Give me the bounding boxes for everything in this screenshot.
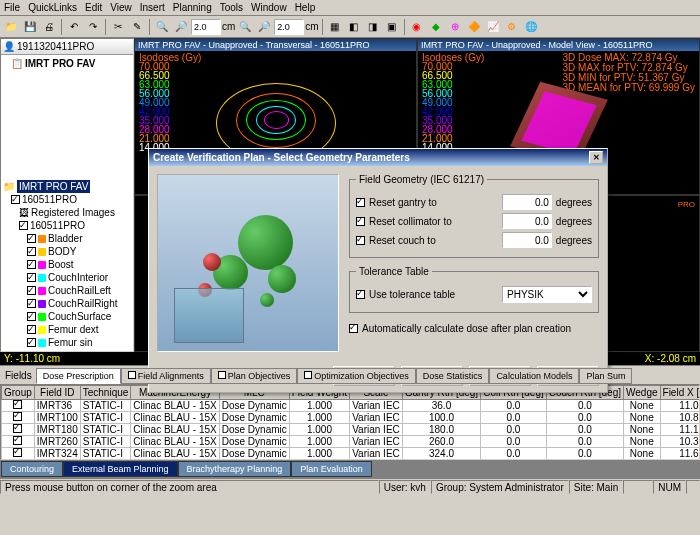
grid-header[interactable]: Technique	[80, 386, 131, 400]
tb-grid-icon[interactable]: ▦	[326, 18, 344, 36]
tree-reg[interactable]: Registered Images	[31, 206, 115, 219]
menu-view[interactable]: View	[110, 2, 132, 13]
tb-redo-icon[interactable]: ↷	[84, 18, 102, 36]
fields-grid[interactable]: GroupField IDTechniqueMachine/EnergyMLCF…	[0, 384, 700, 460]
struct-check[interactable]	[27, 273, 36, 282]
menu-planning[interactable]: Planning	[173, 2, 212, 13]
tb-globe-icon[interactable]: 🌐	[522, 18, 540, 36]
tb-view3-icon[interactable]: ▣	[383, 18, 401, 36]
grid-header[interactable]: Wedge	[624, 386, 661, 400]
row-check[interactable]	[13, 412, 22, 421]
table-row[interactable]: IMRT36STATIC-IClinac BLAU - 15XDose Dyna…	[2, 400, 701, 412]
tree-fav[interactable]: IMRT PRO FAV	[25, 57, 95, 70]
struct-name[interactable]: Boost	[48, 258, 74, 271]
tree-root[interactable]: 1911320411PRO	[17, 41, 94, 52]
struct-name[interactable]: CouchRailLeft	[48, 284, 111, 297]
zoom-value-2[interactable]	[274, 19, 304, 35]
tree-plan[interactable]: 160511PRO	[22, 193, 77, 206]
tb-view2-icon[interactable]: ◨	[364, 18, 382, 36]
tb-zoomin2-icon[interactable]: 🔍	[236, 18, 254, 36]
workspace-tab[interactable]: Contouring	[1, 461, 63, 477]
tb-open-icon[interactable]: 📁	[2, 18, 20, 36]
struct-check[interactable]	[27, 286, 36, 295]
tb-dvh-icon[interactable]: 📈	[484, 18, 502, 36]
tree-sub[interactable]: 160511PRO	[30, 219, 85, 232]
tb-undo-icon[interactable]: ↶	[65, 18, 83, 36]
table-row[interactable]: IMRT260STATIC-IClinac BLAU - 15XDose Dyn…	[2, 436, 701, 448]
struct-name[interactable]: Os pubis re	[48, 349, 99, 352]
reset-value[interactable]	[502, 194, 552, 210]
use-tolerance-check[interactable]	[356, 290, 365, 299]
tb-zoomout-icon[interactable]: 🔎	[172, 18, 190, 36]
tree-fav-sel[interactable]: IMRT PRO FAV	[17, 180, 90, 193]
grid-header[interactable]: Field ID	[34, 386, 80, 400]
grid-header[interactable]: Field X [cm]	[660, 386, 700, 400]
tb-scope-icon[interactable]: ⊕	[446, 18, 464, 36]
reset-check[interactable]	[356, 198, 365, 207]
reset-check[interactable]	[356, 236, 365, 245]
struct-check[interactable]	[27, 338, 36, 347]
menu-file[interactable]: File	[4, 2, 20, 13]
menu-window[interactable]: Window	[251, 2, 287, 13]
row-check[interactable]	[13, 400, 22, 409]
tb-view1-icon[interactable]: ◧	[345, 18, 363, 36]
sub-check[interactable]	[19, 221, 28, 230]
struct-name[interactable]: Femur dext	[48, 323, 99, 336]
table-row[interactable]: IMRT180STATIC-IClinac BLAU - 15XDose Dyn…	[2, 424, 701, 436]
field-tab[interactable]: Plan Objectives	[211, 368, 298, 384]
struct-check[interactable]	[27, 299, 36, 308]
menu-help[interactable]: Help	[295, 2, 316, 13]
struct-check[interactable]	[27, 351, 36, 352]
tolerance-select[interactable]: PHYSIK	[502, 286, 592, 303]
field-tab[interactable]: Calculation Models	[489, 368, 579, 384]
reset-value[interactable]	[502, 232, 552, 248]
menu-insert[interactable]: Insert	[140, 2, 165, 13]
struct-name[interactable]: CouchInterior	[48, 271, 108, 284]
tb-zoomin-icon[interactable]: 🔍	[153, 18, 171, 36]
row-check[interactable]	[13, 424, 22, 433]
plan-check[interactable]	[11, 195, 20, 204]
auto-calc-check[interactable]	[349, 324, 358, 333]
struct-name[interactable]: CouchRailRight	[48, 297, 117, 310]
struct-color-icon	[38, 287, 46, 295]
close-icon[interactable]: ✕	[589, 151, 603, 164]
struct-name[interactable]: CouchSurface	[48, 310, 111, 323]
menu-tools[interactable]: Tools	[220, 2, 243, 13]
struct-check[interactable]	[27, 325, 36, 334]
tb-save-icon[interactable]: 💾	[21, 18, 39, 36]
tb-cmp-icon[interactable]: ⚙	[503, 18, 521, 36]
field-tab[interactable]: Plan Sum	[579, 368, 632, 384]
tb-cut-icon[interactable]: ✂	[109, 18, 127, 36]
reset-value[interactable]	[502, 213, 552, 229]
workspace-tab[interactable]: Brachytherapy Planning	[178, 461, 292, 477]
struct-name[interactable]: Femur sin	[48, 336, 92, 349]
tb-print-icon[interactable]: 🖨	[40, 18, 58, 36]
field-tab[interactable]: Field Alignments	[121, 368, 211, 384]
struct-check[interactable]	[27, 234, 36, 243]
workspace-tab[interactable]: Plan Evaluation	[291, 461, 372, 477]
field-tab[interactable]: Optimization Objectives	[297, 368, 416, 384]
workspace-tab[interactable]: External Beam Planning	[63, 461, 178, 477]
tb-zoomout2-icon[interactable]: 🔎	[255, 18, 273, 36]
struct-check[interactable]	[27, 247, 36, 256]
tb-3d-icon[interactable]: ◆	[427, 18, 445, 36]
row-check[interactable]	[13, 448, 22, 457]
zoom-value-1[interactable]	[191, 19, 221, 35]
row-check[interactable]	[13, 436, 22, 445]
struct-check[interactable]	[27, 260, 36, 269]
table-row[interactable]: IMRT100STATIC-IClinac BLAU - 15XDose Dyn…	[2, 412, 701, 424]
table-row[interactable]: IMRT324STATIC-IClinac BLAU - 15XDose Dyn…	[2, 448, 701, 460]
tt-legend: Tolerance Table	[356, 266, 432, 277]
struct-name[interactable]: BODY	[48, 245, 76, 258]
struct-name[interactable]: Bladder	[48, 232, 82, 245]
struct-check[interactable]	[27, 312, 36, 321]
menu-edit[interactable]: Edit	[85, 2, 102, 13]
tb-iso-icon[interactable]: ◉	[408, 18, 426, 36]
menu-quicklinks[interactable]: QuickLinks	[28, 2, 77, 13]
tb-draw-icon[interactable]: ✎	[128, 18, 146, 36]
field-tab[interactable]: Dose Statistics	[416, 368, 490, 384]
tb-calc-icon[interactable]: 🔶	[465, 18, 483, 36]
field-tab[interactable]: Dose Prescription	[36, 368, 121, 384]
reset-check[interactable]	[356, 217, 365, 226]
unit-label: degrees	[556, 216, 592, 227]
